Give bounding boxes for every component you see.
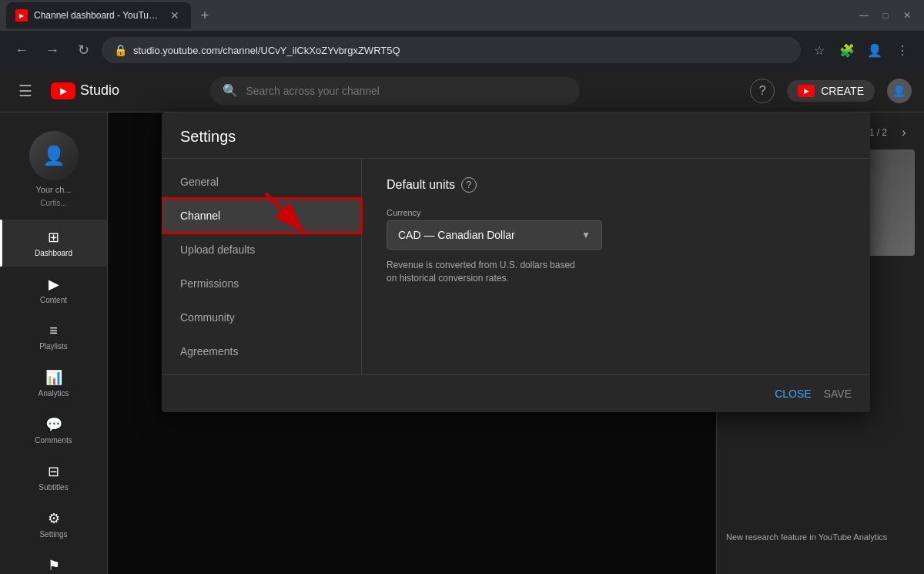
extensions-icon[interactable]: 🧩: [835, 38, 859, 62]
new-tab-button[interactable]: +: [194, 5, 216, 26]
currency-select-box[interactable]: CAD — Canadian Dollar ▼: [387, 220, 602, 250]
sidebar-item-settings[interactable]: ⚙ Settings: [0, 501, 107, 548]
sidebar-item-subtitles[interactable]: ⊟ Subtitles: [0, 454, 107, 501]
playlists-icon: ≡: [49, 323, 58, 339]
settings-footer: CLOSE SAVE: [162, 374, 870, 412]
channel-info: 👤 Your ch... Curtis...: [0, 119, 107, 220]
search-bar[interactable]: 🔍: [210, 77, 580, 105]
settings-body: General Channel Upload defaults Permissi…: [162, 159, 870, 374]
sidebar-label-content: Content: [40, 296, 67, 304]
hamburger-menu-icon[interactable]: ☰: [12, 76, 38, 106]
forward-button[interactable]: →: [40, 38, 65, 62]
studio-text: Studio: [80, 82, 119, 99]
settings-content-area: Default units ? Currency CAD — Canadian …: [362, 159, 870, 374]
sidebar-item-analytics[interactable]: 📊 Analytics: [0, 360, 107, 407]
channel-avatar[interactable]: 👤: [29, 131, 79, 180]
menu-icon[interactable]: ⋮: [890, 38, 915, 62]
search-input[interactable]: [246, 85, 567, 97]
content-icon: ▶: [49, 276, 59, 293]
settings-nav: General Channel Upload defaults Permissi…: [162, 159, 362, 374]
subtitles-icon: ⊟: [48, 463, 59, 480]
currency-select[interactable]: Currency CAD — Canadian Dollar ▼: [387, 208, 602, 250]
url-text: studio.youtube.com/channel/UCvY_ilCkXoZY…: [133, 45, 788, 56]
help-icon[interactable]: ?: [461, 177, 477, 193]
minimize-button[interactable]: —: [853, 5, 875, 26]
sidebar-label-subtitles: Subtitles: [38, 483, 68, 492]
settings-nav-channel[interactable]: Channel: [162, 199, 361, 233]
dropdown-arrow-icon: ▼: [581, 230, 591, 240]
currency-label: Currency: [387, 208, 602, 217]
settings-title: Settings: [162, 112, 870, 159]
currency-value: CAD — Canadian Dollar: [398, 229, 515, 241]
tab-favicon: [15, 9, 28, 22]
settings-nav-permissions[interactable]: Permissions: [162, 267, 361, 300]
sidebar-label-dashboard: Dashboard: [35, 249, 72, 257]
close-button[interactable]: CLOSE: [775, 388, 811, 400]
sidebar-item-feedback[interactable]: ⚑ Send feedback: [0, 548, 107, 574]
currency-note: Revenue is converted from U.S. dollars b…: [387, 259, 587, 285]
sidebar-item-playlists[interactable]: ≡ Playlists: [0, 314, 107, 360]
settings-nav-upload-defaults[interactable]: Upload defaults: [162, 233, 361, 267]
yt-logo[interactable]: Studio: [51, 82, 119, 99]
dashboard-icon: ⊞: [48, 229, 59, 246]
settings-nav-general[interactable]: General: [162, 165, 361, 199]
top-nav: ☰ Studio 🔍 ? CREATE 👤: [0, 69, 924, 112]
channel-name: Your ch...: [35, 185, 71, 194]
bookmark-icon[interactable]: ☆: [807, 38, 832, 62]
analytics-icon: 📊: [45, 369, 62, 386]
sidebar-label-settings: Settings: [39, 530, 67, 539]
create-button[interactable]: CREATE: [787, 80, 875, 102]
youtube-logo-icon: [51, 82, 75, 99]
channel-handle: Curtis...: [40, 199, 66, 207]
comments-icon: 💬: [45, 416, 62, 433]
close-button[interactable]: ✕: [896, 5, 918, 26]
tab-close-button[interactable]: ✕: [168, 8, 182, 22]
reload-button[interactable]: ↻: [71, 38, 95, 62]
feedback-icon: ⚑: [48, 557, 60, 574]
profile-icon[interactable]: 👤: [862, 38, 887, 62]
settings-nav-agreements[interactable]: Agreements: [162, 334, 361, 368]
save-button[interactable]: SAVE: [824, 388, 852, 400]
address-bar[interactable]: 🔒 studio.youtube.com/channel/UCvY_ilCkXo…: [102, 37, 801, 63]
sidebar: 👤 Your ch... Curtis... ⊞ Dashboard ▶ Con…: [0, 112, 108, 574]
create-icon: [798, 85, 815, 97]
search-icon: 🔍: [223, 83, 238, 98]
settings-modal: Settings General Channel Upload defaults…: [162, 112, 870, 412]
settings-nav-community[interactable]: Community: [162, 300, 361, 334]
panel-footer-text: New research feature in YouTube Analytic…: [726, 532, 915, 543]
help-button[interactable]: ?: [750, 79, 775, 103]
sidebar-item-comments[interactable]: 💬 Comments: [0, 407, 107, 454]
maximize-button[interactable]: □: [875, 5, 896, 26]
settings-icon: ⚙: [48, 510, 60, 527]
sidebar-label-playlists: Playlists: [39, 342, 68, 351]
sidebar-item-dashboard[interactable]: ⊞ Dashboard: [0, 220, 107, 267]
sidebar-label-comments: Comments: [35, 436, 72, 445]
sidebar-item-content[interactable]: ▶ Content: [0, 267, 107, 314]
sidebar-label-analytics: Analytics: [38, 389, 69, 398]
create-label: CREATE: [821, 85, 864, 97]
user-avatar[interactable]: 👤: [887, 79, 912, 103]
settings-section-title: Default units ?: [387, 177, 845, 193]
back-button[interactable]: ←: [9, 38, 34, 62]
secure-icon: 🔒: [114, 44, 127, 56]
active-tab[interactable]: Channel dashboard - YouTube S... ✕: [6, 2, 191, 29]
tab-title: Channel dashboard - YouTube S...: [34, 10, 162, 21]
settings-dialog: Settings General Channel Upload defaults…: [108, 112, 924, 505]
